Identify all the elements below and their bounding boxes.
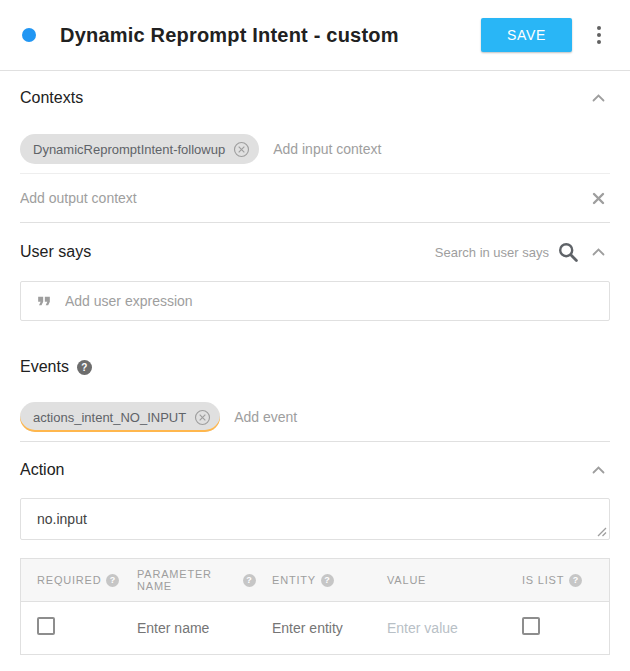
required-checkbox[interactable] (37, 617, 55, 635)
intent-status-dot-icon (22, 28, 36, 42)
events-help-icon[interactable]: ? (77, 360, 92, 375)
action-name-input[interactable] (37, 511, 593, 527)
parameter-name-field[interactable] (137, 620, 256, 636)
intent-header: Dynamic Reprompt Intent - custom SAVE (0, 0, 630, 71)
quote-icon (34, 291, 54, 311)
remove-input-context-icon[interactable] (233, 141, 250, 158)
events-row: actions_intent_NO_INPUT (20, 393, 610, 441)
required-help-icon[interactable]: ? (106, 574, 119, 587)
input-context-chip[interactable]: DynamicRepromptIntent-followup (20, 134, 259, 164)
intent-name-input[interactable]: Dynamic Reprompt Intent - custom (60, 24, 481, 47)
add-input-context-field[interactable] (273, 141, 610, 157)
parameter-value-field[interactable] (387, 620, 506, 636)
events-section: Events ? actions_intent_NO_INPUT (0, 341, 630, 441)
remove-event-icon[interactable] (194, 409, 211, 426)
parameter-name-help-icon[interactable]: ? (243, 574, 256, 587)
column-header-entity: ENTITY? (256, 574, 371, 587)
action-section-head: Action (20, 442, 610, 498)
column-header-is-list: IS LIST? (506, 574, 609, 587)
action-collapse-chevron-icon[interactable] (587, 461, 610, 479)
input-contexts-row: DynamicRepromptIntent-followup (20, 125, 610, 173)
user-says-collapse-chevron-icon[interactable] (587, 243, 610, 261)
search-icon[interactable] (557, 241, 579, 263)
action-section: Action (0, 442, 630, 540)
parameters-header-row: REQUIRED? PARAMETER NAME? ENTITY? VALUE … (21, 559, 609, 602)
kebab-menu-icon[interactable] (590, 21, 608, 49)
contexts-section-head: Contexts (20, 71, 610, 125)
resize-handle-icon[interactable] (596, 526, 607, 537)
output-contexts-row (20, 174, 610, 222)
contexts-section: Contexts DynamicRepromptIntent-followup (0, 71, 630, 222)
column-header-required: REQUIRED? (21, 574, 121, 587)
parameter-row (21, 602, 609, 654)
clear-output-context-icon[interactable] (587, 187, 610, 210)
action-heading: Action (20, 461, 64, 479)
user-says-section: User says (0, 223, 630, 321)
add-event-field[interactable] (234, 409, 610, 425)
user-says-heading: User says (20, 243, 91, 261)
event-chip-label: actions_intent_NO_INPUT (33, 410, 186, 425)
is-list-checkbox[interactable] (522, 617, 540, 635)
column-header-parameter-name: PARAMETER NAME? (121, 568, 256, 592)
column-header-value: VALUE (371, 574, 506, 586)
event-chip[interactable]: actions_intent_NO_INPUT (20, 402, 220, 432)
add-output-context-field[interactable] (20, 190, 587, 206)
contexts-heading: Contexts (20, 89, 83, 107)
entity-help-icon[interactable]: ? (321, 574, 334, 587)
events-section-head: Events ? (20, 341, 610, 393)
user-says-search (409, 241, 610, 263)
save-button[interactable]: SAVE (481, 18, 572, 52)
input-context-chip-label: DynamicRepromptIntent-followup (33, 142, 225, 157)
is-list-help-icon[interactable]: ? (569, 574, 582, 587)
events-heading: Events (20, 358, 69, 376)
parameter-entity-field[interactable] (272, 620, 371, 636)
parameters-table: REQUIRED? PARAMETER NAME? ENTITY? VALUE … (20, 558, 610, 655)
search-user-says-input[interactable] (409, 245, 549, 260)
contexts-collapse-chevron-icon[interactable] (587, 89, 610, 107)
action-input-box (20, 498, 610, 540)
add-user-expression-field[interactable] (65, 293, 596, 309)
user-says-section-head: User says (20, 223, 610, 281)
user-expression-box (20, 281, 610, 321)
